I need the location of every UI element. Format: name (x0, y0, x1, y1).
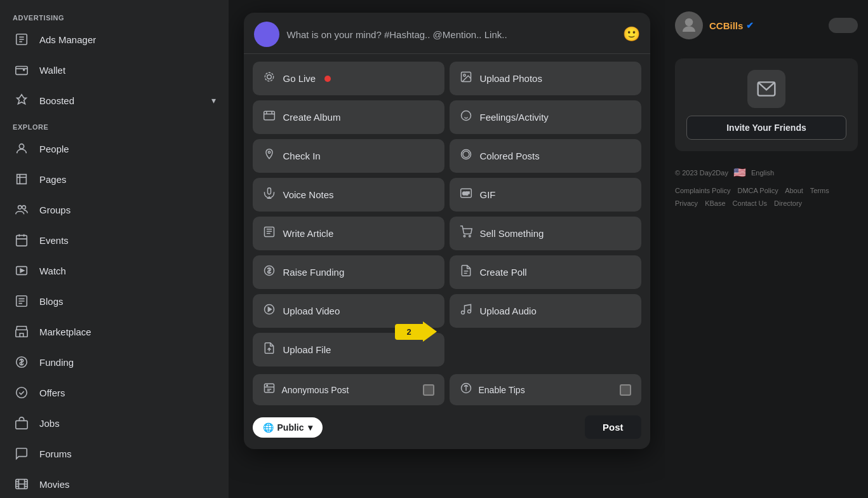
go-live-button[interactable]: Go Live (253, 62, 444, 95)
sidebar-item-boosted[interactable]: Boosted ▾ (0, 85, 229, 116)
colored-posts-button[interactable]: Colored Posts (450, 139, 641, 173)
write-article-button[interactable]: Write Article (253, 217, 444, 250)
footer-link-contact[interactable]: Contact Us (733, 199, 767, 207)
movies-icon (13, 475, 30, 493)
feelings-label: Feelings/Activity (480, 112, 549, 123)
sidebar-item-label: Pages (39, 174, 216, 185)
svg-rect-12 (16, 421, 27, 429)
sidebar-item-label: Offers (39, 387, 216, 398)
sell-something-label: Sell Something (480, 228, 544, 239)
svg-text:GIF: GIF (462, 191, 469, 196)
mail-icon (747, 70, 785, 108)
upload-photos-label: Upload Photos (480, 73, 542, 84)
people-icon (13, 140, 30, 158)
profile-info: CCBills ✔ (709, 20, 754, 31)
arrow-tip (423, 321, 437, 342)
sidebar-item-pages[interactable]: Pages (0, 164, 229, 194)
colored-posts-label: Colored Posts (480, 151, 540, 161)
anonymous-icon (263, 382, 276, 398)
footer-link-about[interactable]: About (785, 187, 803, 194)
sidebar-item-watch[interactable]: Watch (0, 255, 229, 286)
svg-point-4 (22, 206, 25, 210)
svg-rect-24 (264, 227, 274, 237)
anonymous-post-checkbox[interactable] (423, 384, 434, 396)
sidebar-item-movies[interactable]: Movies (0, 469, 229, 498)
svg-point-3 (18, 206, 22, 210)
anonymous-post-label: Anonymous Post (282, 385, 349, 395)
enable-tips-checkbox[interactable] (620, 384, 631, 396)
groups-icon (13, 201, 30, 219)
post-button[interactable]: Post (585, 415, 641, 439)
emoji-icon[interactable]: 🙂 (623, 26, 640, 43)
upload-video-icon (263, 303, 276, 319)
create-album-button[interactable]: Create Album (253, 100, 444, 134)
enable-tips-toggle: Enable Tips (450, 374, 641, 405)
svg-point-14 (267, 75, 271, 79)
voice-notes-label: Voice Notes (283, 189, 334, 200)
footer-link-complaints[interactable]: Complaints Policy (675, 187, 730, 194)
footer-link-terms[interactable]: Terms (810, 187, 829, 194)
svg-point-33 (266, 385, 267, 386)
public-button[interactable]: 🌐 Public ▾ (253, 417, 323, 438)
profile-row: CCBills ✔ (675, 6, 858, 48)
gif-label: GIF (480, 189, 496, 200)
sidebar-item-funding[interactable]: Funding (0, 347, 229, 377)
footer-link-directory[interactable]: Directory (774, 199, 802, 207)
funding-icon (13, 353, 30, 371)
feelings-icon (460, 109, 472, 125)
sidebar-item-people[interactable]: People (0, 133, 229, 164)
create-album-label: Create Album (283, 112, 341, 123)
sidebar-item-ads-manager[interactable]: Ads Manager (0, 24, 229, 55)
create-poll-label: Create Poll (480, 267, 527, 278)
svg-marker-7 (20, 269, 24, 273)
sidebar-item-events[interactable]: Events (0, 225, 229, 255)
enable-tips-label: Enable Tips (479, 385, 525, 395)
sidebar-item-forums[interactable]: Forums (0, 438, 229, 469)
feelings-activity-button[interactable]: Feelings/Activity (450, 100, 641, 134)
sidebar-item-groups[interactable]: Groups (0, 194, 229, 225)
globe-icon: 🌐 (263, 422, 274, 433)
sidebar-item-offers[interactable]: Offers (0, 377, 229, 408)
sidebar-item-jobs[interactable]: Jobs (0, 408, 229, 438)
wallet-icon (13, 61, 30, 79)
sidebar-item-label: Blogs (39, 296, 216, 307)
create-poll-button[interactable]: Create Poll (450, 255, 641, 289)
sidebar-item-wallet[interactable]: Wallet (0, 55, 229, 85)
profile-toggle[interactable] (829, 18, 858, 33)
main-content: 2 What is on your mind? #Hashtag.. @Ment… (229, 0, 665, 498)
footer-link-dmca[interactable]: DMCA Policy (737, 187, 778, 194)
voice-notes-button[interactable]: Voice Notes (253, 178, 444, 212)
svg-point-35 (685, 18, 693, 27)
toggle-row: Anonymous Post Enable Tips (244, 374, 650, 410)
check-in-button[interactable]: Check In (253, 139, 444, 173)
right-sidebar: CCBills ✔ Invite Your Friends © 2023 Day… (665, 0, 868, 498)
forums-icon (13, 445, 30, 462)
upload-photos-button[interactable]: Upload Photos (450, 62, 641, 95)
sidebar-item-label: Jobs (39, 418, 216, 429)
footer-link-privacy[interactable]: Privacy (675, 199, 698, 207)
check-in-icon (263, 148, 276, 164)
gif-button[interactable]: GIF GIF (450, 178, 641, 212)
sell-something-icon (460, 225, 472, 241)
invite-friends-button[interactable]: Invite Your Friends (686, 116, 846, 140)
sidebar-item-label: Ads Manager (39, 34, 216, 45)
gif-icon: GIF (460, 187, 472, 203)
sell-something-button[interactable]: Sell Something (450, 217, 641, 250)
pages-icon (13, 170, 30, 188)
write-article-label: Write Article (283, 228, 334, 239)
composer-top-row: What is on your mind? #Hashtag.. @Mentio… (244, 13, 650, 54)
live-dot (324, 76, 331, 82)
raise-funding-button[interactable]: Raise Funding (253, 255, 444, 289)
footer-link-kbase[interactable]: KBase (705, 199, 725, 207)
sidebar-item-label: Marketplace (39, 326, 216, 337)
composer-bottom-bar: 🌐 Public ▾ Post (244, 410, 650, 439)
sidebar-item-marketplace[interactable]: Marketplace (0, 316, 229, 347)
events-icon (13, 231, 30, 249)
jobs-icon (13, 414, 30, 432)
svg-point-15 (265, 72, 273, 81)
composer-placeholder[interactable]: What is on your mind? #Hashtag.. @Mentio… (287, 29, 615, 40)
create-poll-icon (460, 264, 472, 280)
upload-audio-button[interactable]: Upload Audio (450, 294, 641, 328)
sidebar-item-label: Groups (39, 205, 216, 215)
sidebar-item-blogs[interactable]: Blogs (0, 286, 229, 316)
